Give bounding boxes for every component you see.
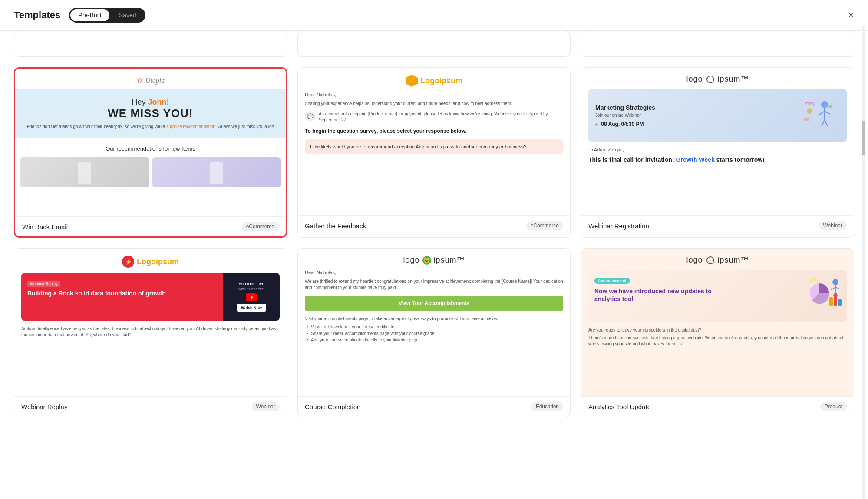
dot-icon (595, 123, 598, 126)
svg-marker-9 (251, 295, 253, 299)
tab-prebuilt[interactable]: Pre-Built (70, 9, 109, 21)
wp-greeting: Hi Adam Zampa, (588, 147, 847, 152)
rp-banner-title: Building a Rock solid data foundation of… (27, 289, 217, 297)
modal-header: Templates Pre-Built Saved × (0, 0, 868, 31)
card-footer-feedback: Gather the Feedback eCommerce (298, 215, 570, 236)
rp-logo-text: Logoipsum (137, 257, 179, 266)
card-preview-replay: ⚡ Logoipsum Webinar Replay Building a Ro… (14, 249, 287, 396)
wb-sub-text: Friends don't let friends go without the… (22, 124, 279, 130)
rp-yt-label: YOUTUBE LIVE (238, 282, 264, 286)
partial-card-3[interactable] (581, 31, 854, 57)
svg-rect-13 (838, 299, 842, 306)
ap-logo: logo ipsum™ (588, 256, 847, 265)
stick-figure-svg (801, 96, 835, 131)
wb-product-1 (20, 157, 149, 187)
svg-line-3 (825, 111, 830, 114)
rp-watch-button[interactable]: Watch Now (237, 304, 266, 312)
rp-yt-sub: WITH 2+ PEOPLE! (238, 288, 264, 291)
wp-banner-image (801, 96, 840, 135)
svg-line-16 (831, 287, 835, 290)
card-win-back-email[interactable]: ✿ Utopia Hey John! WE MISS YOU! Friends … (14, 67, 287, 238)
list-item: View and downloads your course certifica… (311, 325, 563, 329)
wp-logo: logo ipsum™ (588, 75, 847, 84)
card-footer-course: Course Completion Education (298, 396, 570, 417)
wp-cta-text: This is final call for invitation: Growt… (588, 156, 847, 164)
card-badge-course: Education (531, 402, 563, 411)
fp-logo-text: Logoipsum (420, 76, 462, 85)
wb-hero: Hey John! WE MISS YOU! Friends don't let… (15, 89, 286, 138)
card-title-winback: Win Back Email (22, 223, 68, 230)
card-badge-replay: Webinar (252, 402, 280, 411)
cp-cta-button[interactable]: View Your Accomplishments (305, 296, 563, 311)
wb-recs-title: Our recommendations for few Items (20, 145, 281, 152)
card-title-webinar: Webinar Registration (588, 222, 649, 230)
card-footer-replay: Webinar Replay Webinar (14, 396, 287, 417)
wb-hey-prefix: Hey (132, 98, 148, 106)
card-webinar-registration[interactable]: logo ipsum™ Marketing Strategies Join ou… (581, 67, 854, 238)
wb-hey-text: Hey John! (22, 98, 279, 107)
ap-foot-text2: There's more to online success than havi… (588, 335, 847, 347)
wb-product-2 (152, 157, 281, 187)
modal-wrapper: Templates Pre-Built Saved × ✿ Utopia (0, 0, 868, 499)
ap-banner-title: Now we have introduced new updates to an… (594, 287, 730, 303)
scroll-track (862, 26, 865, 499)
card-preview-feedback: Logoipsum Dear Nicholas, Sharing your ex… (298, 68, 570, 215)
ap-banner-image (804, 273, 843, 312)
card-badge-analytics: Product (820, 402, 847, 411)
svg-line-5 (825, 120, 828, 126)
ap-foot-text1: Are you ready to leave your competitors … (588, 327, 847, 333)
partial-card-2[interactable] (297, 31, 571, 57)
ap-banner: Announcement Now we have introduced new … (588, 270, 847, 322)
card-footer-winback: Win Back Email eCommerce (15, 216, 286, 236)
svg-point-8 (828, 105, 832, 108)
wb-link[interactable]: surprise recommendation! (166, 124, 217, 129)
wb-recs: Our recommendations for few Items (15, 138, 286, 194)
cp-body: We are thrilled to extend my heartfelt c… (305, 279, 563, 291)
svg-rect-11 (829, 297, 833, 306)
fp-dear: Dear Nicholas, (305, 92, 563, 97)
svg-rect-7 (804, 118, 809, 121)
list-item: Share your detail accomplishments page w… (311, 331, 563, 336)
rp-banner-left: Webinar Replay Building a Rock solid dat… (21, 273, 223, 321)
card-badge-winback: eCommerce (242, 222, 279, 231)
svg-line-17 (835, 287, 840, 289)
fp-logo-hex-icon (406, 75, 418, 87)
close-button[interactable]: × (848, 10, 854, 20)
youtube-icon (246, 293, 257, 301)
svg-point-14 (832, 279, 838, 285)
wb-header: ✿ Utopia (15, 69, 286, 89)
card-gather-feedback[interactable]: Logoipsum Dear Nicholas, Sharing your ex… (297, 67, 571, 238)
partial-card-1[interactable] (14, 31, 287, 57)
card-course-completion[interactable]: logo 🐱 ipsum™ Dear Nicholas, We are thri… (297, 248, 571, 417)
cat-icon: 🐱 (422, 256, 431, 265)
card-webinar-replay[interactable]: ⚡ Logoipsum Webinar Replay Building a Ro… (14, 248, 287, 417)
svg-point-6 (807, 108, 812, 114)
rp-body-text: Artificial Intelligence has emerged as t… (21, 326, 280, 338)
card-title-replay: Webinar Replay (21, 403, 67, 410)
card-badge-webinar: Webinar (819, 221, 847, 230)
card-analytics-update[interactable]: logo ipsum™ Announcement Now we have int… (581, 248, 854, 417)
svg-line-2 (818, 111, 825, 115)
top-partial-row (0, 31, 868, 57)
fp-question: To begin the question survey, please sel… (305, 128, 563, 135)
tab-group: Pre-Built Saved (69, 8, 145, 23)
rp-banner: Webinar Replay Building a Rock solid dat… (21, 273, 280, 321)
fp-answer-box: How likely would you be to recommend acc… (305, 139, 563, 154)
scroll-thumb[interactable] (862, 121, 865, 155)
wp-banner-sub: Join our online Webinar (595, 113, 801, 118)
wb-logo: ✿ Utopia (136, 77, 165, 84)
globe-icon (706, 76, 714, 83)
analytics-svg (804, 273, 843, 312)
wp-banner-title: Marketing Strategies (595, 104, 801, 111)
chat-bubble-icon: 💬 (305, 111, 315, 121)
tab-saved[interactable]: Saved (111, 9, 144, 21)
rp-webinar-label: Webinar Replay (27, 281, 60, 287)
wp-banner: Marketing Strategies Join our online Web… (588, 89, 847, 142)
card-footer-analytics: Analytics Tool Update Product (581, 396, 854, 417)
card-footer-webinar: Webinar Registration Webinar (581, 215, 854, 236)
rp-banner-right: YOUTUBE LIVE WITH 2+ PEOPLE! Watch Now (223, 273, 280, 321)
cp-dear: Dear Nicholas, (305, 270, 563, 275)
templates-grid: ✿ Utopia Hey John! WE MISS YOU! Friends … (0, 57, 868, 427)
modal-title: Templates (14, 10, 60, 21)
rp-logo-icon: ⚡ (122, 256, 134, 268)
